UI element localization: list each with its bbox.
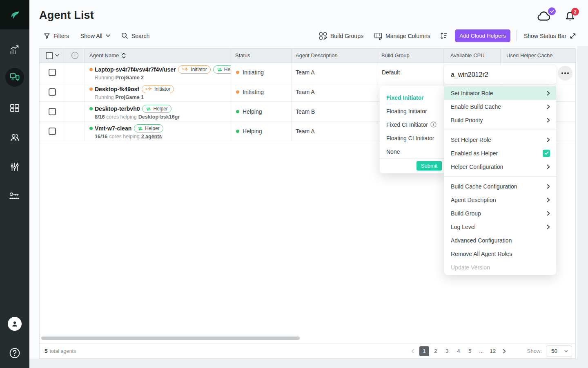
menu-item-label: Set Initiator Role — [451, 90, 493, 96]
menu-item-build-priority[interactable]: Build Priority — [444, 113, 556, 127]
submit-button[interactable]: Submit — [416, 161, 442, 171]
chevron-right-icon — [547, 91, 550, 96]
initiator-role-submenu: Fixed Initiator Floating Initiator Fixed… — [380, 86, 445, 173]
helper-badge: Helper — [134, 124, 163, 132]
option-floating-initiator[interactable]: Floating Initiator — [380, 104, 445, 118]
status-dot — [236, 110, 239, 113]
enabled-as-helper-checkbox[interactable] — [543, 150, 550, 157]
check-icon — [544, 151, 549, 155]
badge-label: Helper — [145, 126, 159, 131]
sidebar-item-help[interactable] — [9, 347, 21, 359]
info-icon[interactable] — [430, 121, 437, 128]
chevron-down-icon[interactable] — [55, 54, 59, 57]
menu-item-label: Enabled as Helper — [451, 150, 498, 157]
pagination-page-12[interactable]: 12 — [488, 346, 498, 356]
menu-divider — [444, 130, 556, 130]
sort-arrows-icon[interactable] — [122, 53, 126, 58]
page-title: Agent List — [39, 9, 94, 22]
menu-item-build-group[interactable]: Build Group — [444, 206, 556, 220]
menu-item-advanced-configuration[interactable]: Advanced Configuration — [444, 233, 556, 247]
cloud-status-button[interactable] — [536, 11, 553, 23]
app-logo[interactable] — [0, 0, 29, 29]
menu-item-label: Log Level — [451, 224, 476, 230]
subtext-strong: ProjGame 2 — [116, 75, 144, 81]
pagination-page-5[interactable]: 5 — [465, 346, 475, 356]
sidebar-item-analytics[interactable] — [9, 44, 20, 56]
status-dot — [236, 90, 239, 94]
chevron-right-icon — [547, 184, 550, 189]
agent-status-dot — [89, 127, 93, 130]
helped-agents-link[interactable]: 2 agents — [141, 134, 162, 139]
menu-item-set-initiator-role[interactable]: Set Initiator Role — [444, 86, 556, 100]
analytics-icon — [9, 44, 20, 56]
agent-name-cell: Desktop-terbvh0 Helper 8/16cores helping… — [85, 102, 231, 121]
sidebar-item-settings[interactable] — [9, 162, 20, 172]
pagination-page-4[interactable]: 4 — [454, 346, 463, 356]
select-all-header — [40, 49, 65, 62]
menu-item-enabled-as-helper[interactable]: Enabled as Helper — [444, 146, 556, 160]
option-fixed-initiator[interactable]: Fixed Initiator — [380, 91, 445, 104]
pagination-page-1[interactable]: 1 — [419, 346, 429, 356]
menu-item-remove-all-agent-roles[interactable]: Remove All Agent Roles — [444, 247, 556, 260]
badge-label: Helper — [224, 67, 231, 72]
chevron-right-icon — [547, 224, 550, 229]
row-checkbox[interactable] — [49, 128, 56, 135]
manage-columns-button[interactable]: Manage Columns — [374, 29, 430, 42]
sidebar-item-users[interactable] — [9, 132, 20, 143]
search-button[interactable]: Search — [121, 29, 149, 42]
select-all-checkbox[interactable] — [46, 52, 53, 59]
add-cloud-helpers-button[interactable]: Add Cloud Helpers — [455, 29, 510, 42]
horizontal-scrollbar-thumb[interactable] — [41, 337, 300, 340]
toolbar-divider — [516, 30, 517, 41]
sidebar-item-license[interactable] — [9, 191, 21, 201]
menu-item-agent-description[interactable]: Agent Description — [444, 193, 556, 206]
option-none[interactable]: None — [380, 145, 445, 158]
row-checkbox[interactable] — [49, 88, 56, 96]
column-header-agent-name[interactable]: Agent Name — [85, 49, 231, 62]
status-header-label: Status — [235, 52, 250, 58]
row-alert-cell — [65, 102, 85, 121]
page-size-select[interactable]: 50 — [546, 346, 572, 357]
menu-item-enable-build-cache[interactable]: Enable Build Cache — [444, 100, 556, 113]
helper-swap-icon — [217, 67, 222, 72]
menu-item-helper-configuration[interactable]: Helper Configuration — [444, 160, 556, 173]
menu-item-log-level[interactable]: Log Level — [444, 220, 556, 233]
menu-item-build-cache-configuration[interactable]: Build Cache Configuration — [444, 180, 556, 193]
sidebar-item-build-groups[interactable] — [9, 103, 20, 113]
page-size-value: 50 — [551, 348, 557, 354]
status-dot — [236, 130, 239, 133]
sort-button[interactable] — [440, 29, 448, 42]
sidebar-item-agents[interactable] — [5, 68, 24, 87]
row-checkbox[interactable] — [49, 69, 56, 76]
show-label: Show: — [527, 348, 542, 354]
option-fixed-ci-initiator[interactable]: Fixed CI Initiator — [380, 118, 445, 131]
show-all-dropdown[interactable]: Show All — [80, 29, 110, 42]
build-groups-button[interactable]: Build Groups — [319, 29, 363, 42]
pagination-next-button[interactable] — [499, 346, 509, 356]
chevron-right-icon — [547, 118, 550, 123]
option-floating-ci-initiator[interactable]: Floating CI Initiator — [380, 131, 445, 145]
build-group-header-label: Build Group — [381, 52, 410, 58]
pagination-page-2[interactable]: 2 — [431, 346, 441, 356]
manage-columns-label: Manage Columns — [385, 33, 430, 39]
option-label: Floating Initiator — [386, 108, 427, 114]
notifications-button[interactable]: 2 — [565, 11, 576, 22]
row-select-cell — [40, 63, 65, 82]
chevron-right-icon — [547, 137, 550, 142]
sidebar-item-account[interactable] — [8, 317, 22, 331]
filters-button[interactable]: Filters — [44, 29, 69, 42]
page-background — [29, 359, 588, 368]
helper-swap-icon — [146, 107, 151, 111]
row-actions-button[interactable] — [558, 66, 572, 81]
show-status-bar-button[interactable]: Show Status Bar — [524, 29, 576, 42]
row-alert-cell — [65, 63, 85, 82]
pagination-prev-button[interactable] — [408, 346, 418, 356]
row-select-cell — [40, 102, 65, 121]
row-checkbox[interactable] — [49, 108, 56, 115]
pagination-page-3[interactable]: 3 — [442, 346, 452, 356]
menu-item-set-helper-role[interactable]: Set Helper Role — [444, 133, 556, 146]
column-header-status: Status — [231, 49, 292, 62]
column-header-used-helper-cache: Used Helper Cache — [501, 49, 576, 62]
filters-label: Filters — [53, 33, 69, 39]
help-icon — [9, 347, 21, 359]
